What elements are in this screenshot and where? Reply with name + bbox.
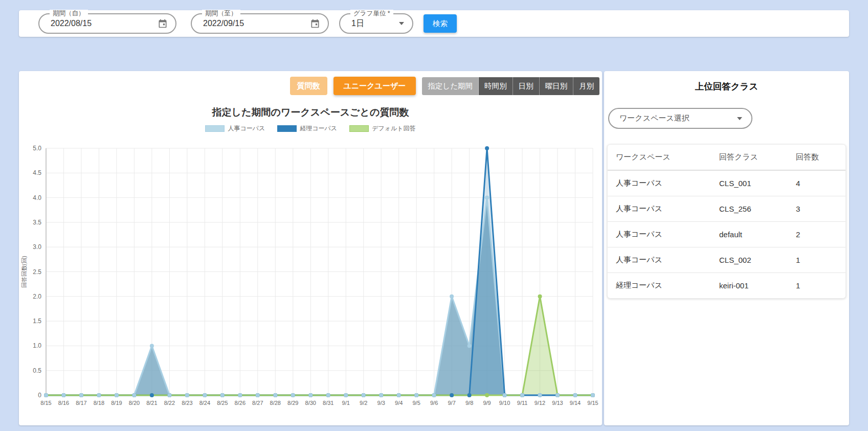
data-point <box>344 393 348 397</box>
table-cell: 4 <box>796 179 845 188</box>
data-point <box>573 393 577 397</box>
graph-unit-value: 1日 <box>340 18 399 29</box>
x-tick-label: 8/19 <box>111 400 122 406</box>
data-point <box>291 393 295 397</box>
data-point <box>150 344 154 348</box>
data-point <box>61 393 65 397</box>
data-point <box>97 393 101 397</box>
top-answer-class-panel: 上位回答クラス ワークスペース選択 ワークスペース回答クラス回答数人事コーパスC… <box>604 71 849 425</box>
y-tick-label: 3.0 <box>33 243 41 251</box>
period-button-group: 指定した期間時間別日別曜日別月別 <box>422 77 599 95</box>
data-point <box>468 344 472 348</box>
table-cell: 3 <box>796 205 845 213</box>
table-cell: 人事コーパス <box>616 230 719 239</box>
table-header-cell: 回答クラス <box>719 152 796 162</box>
period-button-hourly[interactable]: 時間別 <box>479 77 513 95</box>
period-button-daily[interactable]: 日別 <box>513 77 540 95</box>
table-header-cell: 回答数 <box>796 152 845 162</box>
table-cell: CLS_256 <box>719 205 796 213</box>
metric-button-unique-users[interactable]: ユニークユーザー <box>333 77 416 95</box>
chevron-down-icon <box>399 22 404 25</box>
x-tick-label: 8/31 <box>323 400 333 406</box>
y-tick-label: 1.5 <box>33 317 41 325</box>
period-button-weekday[interactable]: 曜日別 <box>540 77 574 95</box>
x-tick-label: 8/30 <box>305 400 316 406</box>
data-point <box>203 393 207 397</box>
period-button-monthly[interactable]: 月別 <box>573 77 599 95</box>
legend-label: 人事コーパス <box>228 124 265 133</box>
x-tick-label: 9/7 <box>448 400 455 406</box>
date-to-field[interactable]: 期間（至） <box>191 13 329 34</box>
data-point <box>44 393 48 397</box>
table-row: 人事コーパスCLS_0014 <box>608 170 845 196</box>
chart-legend: 人事コーパス経理コーパスデフォルト回答 <box>19 124 602 133</box>
x-tick-label: 9/12 <box>535 400 545 406</box>
period-button-specified-range[interactable]: 指定した期間 <box>422 77 479 95</box>
x-tick-label: 9/10 <box>499 400 510 406</box>
table-row: 人事コーパスdefault2 <box>608 221 845 247</box>
date-from-field[interactable]: 期間（自） <box>38 13 176 34</box>
date-from-input[interactable] <box>39 19 154 28</box>
table-row: 経理コーパスkeiri-0011 <box>608 273 845 298</box>
data-point <box>326 393 330 397</box>
x-tick-label: 8/28 <box>270 400 281 406</box>
workspace-select-value: ワークスペース選択 <box>609 114 737 123</box>
date-from-label: 期間（自） <box>50 10 88 17</box>
table-row: 人事コーパスCLS_0021 <box>608 247 845 273</box>
graph-unit-select[interactable]: グラフ単位 * 1日 <box>339 13 413 34</box>
x-tick-label: 8/20 <box>129 400 140 406</box>
calendar-icon-button[interactable] <box>306 15 324 32</box>
data-point <box>256 393 260 397</box>
y-tick-label: 2.5 <box>33 268 41 276</box>
graph-unit-label: グラフ単位 * <box>350 10 393 17</box>
y-tick-label: 0.5 <box>33 367 41 374</box>
table-cell: 人事コーパス <box>616 178 719 188</box>
chevron-down-icon <box>737 117 742 120</box>
legend-item[interactable]: 人事コーパス <box>205 124 265 133</box>
table-cell: keiri-001 <box>719 281 796 290</box>
x-tick-label: 9/14 <box>570 400 581 406</box>
data-point <box>115 393 119 397</box>
chart-toolbar: 質問数ユニークユーザー 指定した期間時間別日別曜日別月別 <box>290 77 599 95</box>
filter-toolbar: 期間（自） 期間（至） グラフ単位 * 1日 検索 <box>19 10 849 37</box>
data-point <box>362 393 366 397</box>
data-point <box>485 146 489 150</box>
data-point <box>220 393 225 397</box>
table-cell: 人事コーパス <box>616 255 719 265</box>
y-tick-label: 5.0 <box>33 145 41 152</box>
x-tick-label: 9/4 <box>395 400 403 406</box>
data-point <box>485 393 489 397</box>
workspace-select[interactable]: ワークスペース選択 <box>608 108 752 129</box>
data-point <box>538 294 542 299</box>
legend-swatch <box>349 125 369 132</box>
table-cell: 1 <box>796 281 845 290</box>
search-button[interactable]: 検索 <box>424 14 457 33</box>
calendar-icon-button[interactable] <box>154 15 171 32</box>
table-cell: default <box>719 230 796 239</box>
legend-item[interactable]: デフォルト回答 <box>349 124 415 133</box>
data-point <box>273 393 277 397</box>
x-tick-label: 9/5 <box>413 400 420 406</box>
y-tick-label: 0 <box>38 392 41 399</box>
x-tick-label: 9/3 <box>377 400 385 406</box>
panel-title: 上位回答クラス <box>604 80 849 93</box>
answer-class-table: ワークスペース回答クラス回答数人事コーパスCLS_0014人事コーパスCLS_2… <box>607 144 846 299</box>
date-to-input[interactable] <box>192 19 306 28</box>
y-axis-title: 回答回数(回) <box>21 256 27 287</box>
legend-item[interactable]: 経理コーパス <box>277 124 337 133</box>
metric-button-questions[interactable]: 質問数 <box>290 77 327 95</box>
data-point <box>397 393 401 397</box>
data-point <box>185 393 189 397</box>
legend-label: デフォルト回答 <box>372 124 415 133</box>
table-header-row: ワークスペース回答クラス回答数 <box>608 145 845 170</box>
legend-label: 経理コーパス <box>300 124 337 133</box>
legend-swatch <box>205 125 225 132</box>
x-tick-label: 8/21 <box>146 400 157 406</box>
x-tick-label: 9/8 <box>465 400 473 406</box>
y-tick-label: 2.0 <box>33 293 41 300</box>
x-tick-label: 8/16 <box>58 400 69 406</box>
data-point <box>432 393 436 397</box>
x-tick-label: 9/2 <box>360 400 367 406</box>
x-tick-label: 8/27 <box>252 400 263 406</box>
data-point <box>485 196 489 200</box>
